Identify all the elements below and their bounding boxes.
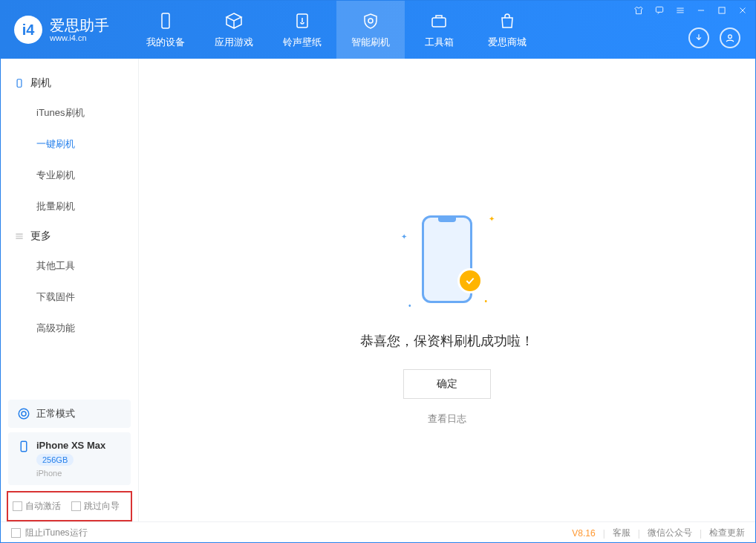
tab-label: 智能刷机 xyxy=(351,36,390,49)
music-icon xyxy=(292,10,313,31)
device-icon xyxy=(155,10,176,31)
skip-guide-checkbox[interactable]: 跳过向导 xyxy=(71,500,120,513)
wechat-link[interactable]: 微信公众号 xyxy=(648,527,692,539)
shirt-icon[interactable] xyxy=(632,4,645,17)
checkbox-label: 阻止iTunes运行 xyxy=(25,527,88,539)
phone-icon xyxy=(17,440,30,453)
tab-label: 我的设备 xyxy=(146,36,185,49)
auto-activate-checkbox[interactable]: 自动激活 xyxy=(13,500,61,513)
device-name: iPhone XS Max xyxy=(36,440,105,451)
logo: i4 爱思助手 www.i4.cn xyxy=(1,16,123,44)
block-itunes-checkbox[interactable]: 阻止iTunes运行 xyxy=(11,527,88,539)
svg-rect-2 xyxy=(432,18,446,27)
tab-my-device[interactable]: 我的设备 xyxy=(131,1,200,59)
phone-icon xyxy=(14,78,25,88)
confirm-button[interactable]: 确定 xyxy=(403,369,491,399)
tab-toolbox[interactable]: 工具箱 xyxy=(405,1,473,59)
svg-rect-6 xyxy=(17,79,22,88)
svg-rect-4 xyxy=(656,7,662,12)
tab-label: 应用游戏 xyxy=(215,36,253,49)
download-button[interactable] xyxy=(688,27,709,48)
maximize-button[interactable] xyxy=(715,4,729,17)
svg-rect-5 xyxy=(719,7,725,13)
main-tabs: 我的设备 应用游戏 铃声壁纸 智能刷机 工具箱 爱思商城 xyxy=(131,1,541,59)
cube-icon xyxy=(224,10,244,31)
sidebar-item-itunes[interactable]: iTunes刷机 xyxy=(1,97,138,129)
tab-ringtone[interactable]: 铃声壁纸 xyxy=(268,1,336,59)
sidebar-item-advanced[interactable]: 高级功能 xyxy=(1,313,138,344)
sparkle-icon: ✦ xyxy=(489,215,495,223)
bag-icon xyxy=(497,10,518,31)
logo-icon: i4 xyxy=(14,16,42,44)
success-message: 恭喜您，保资料刷机成功啦！ xyxy=(360,332,534,350)
sparkle-icon: • xyxy=(408,302,411,310)
sidebar-section-more: 更多 xyxy=(1,222,138,250)
checkbox-icon xyxy=(11,528,21,538)
menu-icon[interactable] xyxy=(674,4,687,17)
account-button[interactable] xyxy=(720,27,740,48)
svg-rect-0 xyxy=(162,13,169,28)
device-info-card[interactable]: iPhone XS Max 256GB iPhone xyxy=(8,432,131,485)
device-mode-label: 正常模式 xyxy=(36,407,75,420)
list-icon xyxy=(14,231,25,241)
svg-point-7 xyxy=(19,409,29,419)
success-illustration: ✦ ✦ • • xyxy=(395,207,499,311)
version-label: V8.16 xyxy=(572,528,595,539)
sidebar-item-pro[interactable]: 专业刷机 xyxy=(1,160,138,191)
window-controls xyxy=(632,4,749,17)
app-header: i4 爱思助手 www.i4.cn 我的设备 应用游戏 铃声壁纸 智能刷机 工具… xyxy=(1,1,755,59)
device-capacity: 256GB xyxy=(36,454,74,466)
sidebar: 刷机 iTunes刷机 一键刷机 专业刷机 批量刷机 更多 其他工具 下载固件 … xyxy=(1,59,139,521)
tab-label: 工具箱 xyxy=(425,36,454,49)
checkbox-icon xyxy=(13,501,22,511)
main-content: ✦ ✦ • • 恭喜您，保资料刷机成功啦！ 确定 查看日志 xyxy=(139,59,755,521)
tab-label: 爱思商城 xyxy=(488,36,527,49)
checkbox-icon xyxy=(71,501,81,511)
tab-apps[interactable]: 应用游戏 xyxy=(200,1,268,59)
header-actions xyxy=(688,27,740,48)
minimize-button[interactable] xyxy=(694,4,708,17)
tab-store[interactable]: 爱思商城 xyxy=(473,1,541,59)
feedback-icon[interactable] xyxy=(653,4,666,17)
device-mode-card[interactable]: 正常模式 xyxy=(8,400,131,428)
check-update-link[interactable]: 检查更新 xyxy=(709,527,745,539)
support-link[interactable]: 客服 xyxy=(613,527,630,539)
device-type: iPhone xyxy=(36,469,105,478)
close-button[interactable] xyxy=(736,4,749,17)
section-label: 更多 xyxy=(30,230,51,243)
toolbox-icon xyxy=(428,10,449,31)
flash-options-row: 自动激活 跳过向导 xyxy=(7,491,132,521)
svg-rect-8 xyxy=(21,441,27,452)
sparkle-icon: • xyxy=(484,297,487,305)
view-log-link[interactable]: 查看日志 xyxy=(428,412,466,426)
app-name: 爱思助手 xyxy=(50,17,109,33)
sidebar-item-firmware[interactable]: 下载固件 xyxy=(1,282,138,313)
sidebar-section-flash: 刷机 xyxy=(1,69,138,97)
app-domain: www.i4.cn xyxy=(50,33,109,42)
footer: 阻止iTunes运行 V8.16 | 客服 | 微信公众号 | 检查更新 xyxy=(1,521,755,543)
sidebar-item-batch[interactable]: 批量刷机 xyxy=(1,191,138,222)
sidebar-item-other-tools[interactable]: 其他工具 xyxy=(1,250,138,282)
tab-flash[interactable]: 智能刷机 xyxy=(336,1,405,59)
checkbox-label: 跳过向导 xyxy=(84,500,120,513)
checkbox-label: 自动激活 xyxy=(25,500,61,513)
section-label: 刷机 xyxy=(30,77,51,90)
check-badge-icon xyxy=(457,268,483,293)
tab-label: 铃声壁纸 xyxy=(283,36,322,49)
sparkle-icon: ✦ xyxy=(401,233,407,241)
svg-point-3 xyxy=(729,35,732,39)
sync-icon xyxy=(17,407,30,420)
sidebar-item-oneclick[interactable]: 一键刷机 xyxy=(1,129,138,160)
refresh-shield-icon xyxy=(360,10,381,31)
